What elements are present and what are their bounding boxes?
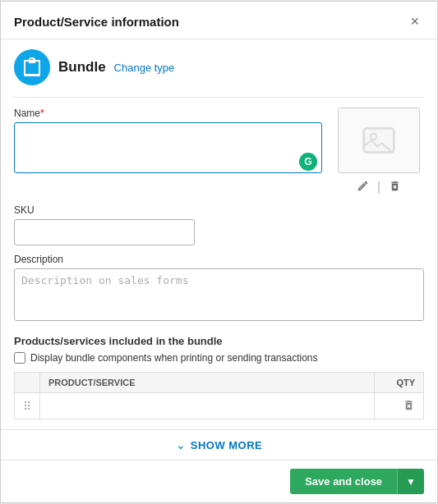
image-section: |	[334, 108, 424, 196]
image-actions: |	[355, 178, 403, 196]
description-section: Description	[14, 254, 424, 323]
show-more-label: SHOW MORE	[191, 439, 263, 451]
bundle-section: Products/services included in the bundle…	[14, 335, 424, 419]
modal-body: Bundle Change type Name* G	[1, 39, 437, 429]
col-drag	[15, 373, 40, 393]
edit-image-button[interactable]	[355, 178, 371, 196]
close-button[interactable]: ×	[405, 11, 424, 32]
drag-handle-icon[interactable]: ⠿	[23, 400, 31, 413]
product-type-icon	[14, 49, 50, 85]
table-row: ⠿	[15, 393, 424, 419]
name-image-section: Name* G	[14, 108, 424, 196]
product-image-placeholder	[338, 108, 420, 173]
modal-footer: Save and close ▼	[1, 460, 437, 502]
product-service-cell[interactable]	[40, 393, 375, 419]
modal-title: Product/Service information	[14, 15, 179, 29]
delete-cell	[375, 393, 424, 419]
section-divider	[14, 97, 424, 98]
name-input-wrap: G	[14, 122, 322, 176]
image-action-divider: |	[377, 180, 380, 195]
sku-section: SKU	[14, 204, 424, 245]
delete-image-button[interactable]	[387, 178, 403, 196]
change-type-link[interactable]: Change type	[114, 62, 175, 74]
product-type-label: Bundle	[58, 59, 106, 76]
product-type-row: Bundle Change type	[14, 49, 424, 85]
bundle-section-title: Products/services included in the bundle	[14, 335, 424, 347]
delete-row-button[interactable]	[403, 399, 415, 414]
save-and-close-button[interactable]: Save and close	[290, 469, 397, 494]
name-field-container: Name* G	[14, 108, 322, 196]
bundle-checkbox[interactable]	[14, 352, 25, 364]
save-button-group: Save and close ▼	[290, 469, 424, 494]
show-more-row[interactable]: ⌄ SHOW MORE	[1, 429, 437, 460]
chevron-down-icon: ⌄	[176, 438, 186, 451]
drag-cell: ⠿	[15, 393, 40, 419]
modal-header: Product/Service information ×	[1, 2, 437, 39]
col-product-service: PRODUCT/SERVICE	[40, 373, 375, 393]
table-header-row: PRODUCT/SERVICE QTY	[15, 373, 424, 393]
bundle-table: PRODUCT/SERVICE QTY ⠿	[14, 372, 424, 419]
grammarly-icon[interactable]: G	[299, 153, 317, 171]
sku-label: SKU	[14, 204, 424, 216]
name-input[interactable]	[14, 122, 322, 173]
bundle-checkbox-row: Display bundle components when printing …	[14, 352, 424, 364]
product-service-modal: Product/Service information × Bundle Cha…	[0, 1, 438, 503]
name-label: Name*	[14, 108, 322, 119]
bundle-checkbox-label: Display bundle components when printing …	[30, 352, 318, 364]
col-qty: QTY	[375, 373, 424, 393]
description-input[interactable]	[14, 268, 424, 321]
sku-input[interactable]	[14, 219, 195, 245]
description-label: Description	[14, 254, 424, 265]
save-dropdown-button[interactable]: ▼	[397, 469, 424, 494]
